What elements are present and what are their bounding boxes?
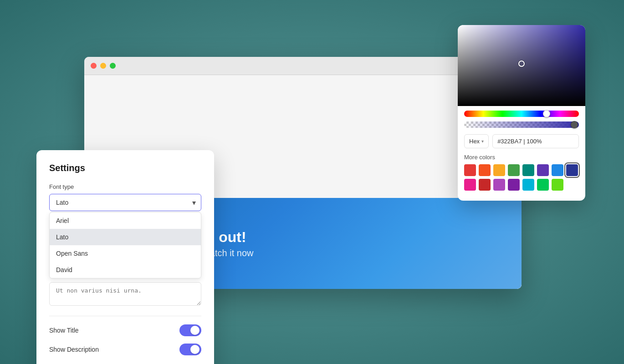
swatch-indigo-dark[interactable] — [566, 164, 578, 176]
font-option-ariel[interactable]: Ariel — [50, 212, 201, 229]
alpha-thumb[interactable] — [571, 121, 578, 128]
swatch-purple[interactable] — [493, 179, 505, 191]
show-title-toggle[interactable] — [179, 324, 201, 336]
show-description-label: Show Description — [49, 346, 99, 353]
swatch-red[interactable] — [464, 164, 476, 176]
swatch-red-dark[interactable] — [479, 179, 491, 191]
opacity-percent: 100% — [527, 138, 542, 145]
settings-title: Settings — [49, 163, 201, 173]
font-select-wrapper: Lato ▾ — [49, 194, 201, 211]
hex-input[interactable]: #322BA7 | 100% — [492, 134, 579, 148]
swatch-amber[interactable] — [493, 164, 505, 176]
swatch-cyan[interactable] — [522, 179, 534, 191]
font-type-select[interactable]: Lato — [49, 194, 201, 211]
color-picker: Hex ▾ #322BA7 | 100% More colors — [458, 25, 585, 201]
swatch-light-green[interactable] — [552, 179, 563, 191]
browser-titlebar — [84, 57, 522, 75]
font-option-lato[interactable]: Lato — [50, 229, 201, 245]
swatch-deep-orange[interactable] — [479, 164, 491, 176]
alpha-slider-container — [458, 119, 585, 131]
divider — [49, 316, 201, 316]
more-colors-label: More colors — [458, 153, 585, 164]
hue-thumb[interactable] — [543, 110, 550, 117]
font-option-open-sans[interactable]: Open Sans — [50, 245, 201, 262]
swatches-row-1 — [458, 164, 585, 176]
swatches-row-2 — [458, 179, 585, 191]
hue-slider-container — [458, 106, 585, 119]
swatch-deep-purple[interactable] — [537, 164, 549, 176]
format-arrow-icon: ▾ — [481, 139, 484, 144]
show-description-toggle[interactable] — [179, 344, 201, 355]
show-title-label: Show Title — [49, 327, 79, 334]
close-dot[interactable] — [91, 63, 97, 69]
format-selector[interactable]: Hex ▾ — [464, 134, 489, 148]
swatch-purple-dark[interactable] — [508, 179, 520, 191]
swatch-green-accent[interactable] — [537, 179, 549, 191]
hex-value: #322BA7 — [497, 138, 522, 145]
show-title-row: Show Title — [49, 324, 201, 336]
show-description-row: Show Description — [49, 344, 201, 355]
color-cursor[interactable] — [518, 61, 525, 67]
font-option-david[interactable]: David — [50, 262, 201, 278]
swatch-green[interactable] — [508, 164, 520, 176]
toggle-thumb — [190, 326, 199, 335]
minimize-dot[interactable] — [100, 63, 106, 69]
maximize-dot[interactable] — [110, 63, 116, 69]
hex-row: Hex ▾ #322BA7 | 100% — [458, 131, 585, 153]
toggle-thumb-2 — [190, 345, 199, 354]
font-type-label: Font type — [49, 183, 201, 190]
font-options-list: Ariel Lato Open Sans David — [49, 212, 201, 278]
settings-panel: Settings Font type Lato ▾ Ariel Lato Ope… — [36, 150, 214, 364]
swatch-blue[interactable] — [552, 164, 563, 176]
swatch-pink[interactable] — [464, 179, 476, 191]
content-textarea[interactable] — [49, 282, 201, 306]
color-gradient-area[interactable] — [458, 25, 585, 106]
alpha-slider[interactable] — [464, 121, 579, 128]
hue-slider[interactable] — [464, 111, 579, 117]
format-label: Hex — [469, 138, 480, 145]
font-dropdown-list: Ariel Lato Open Sans David — [49, 212, 201, 278]
swatch-teal[interactable] — [522, 164, 534, 176]
